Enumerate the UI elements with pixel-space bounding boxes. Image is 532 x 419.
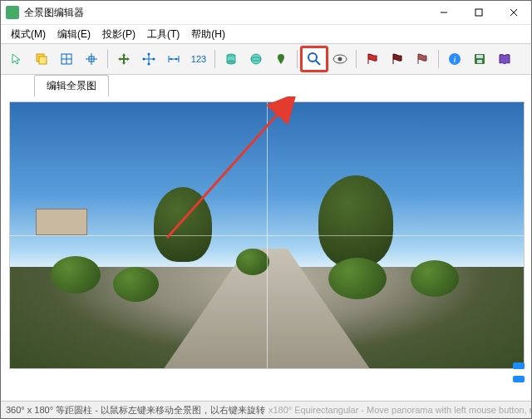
hspan-icon[interactable] (161, 47, 186, 71)
app-icon (6, 6, 19, 19)
menu-tools[interactable]: 工具(T) (142, 26, 185, 43)
numeric-icon[interactable]: 123 (186, 47, 211, 71)
zoom-sliders (513, 362, 525, 382)
minimize-button[interactable] (426, 1, 461, 24)
toolbar-separator (214, 50, 215, 68)
svg-point-17 (153, 58, 155, 61)
svg-point-21 (170, 58, 172, 60)
center-guide-horizontal (10, 235, 524, 236)
toolbar-separator (356, 50, 357, 68)
panorama-image (154, 187, 212, 262)
panorama-image (113, 267, 159, 302)
panorama-image (36, 209, 87, 235)
panorama-image (236, 249, 269, 275)
svg-rect-5 (39, 57, 47, 64)
panorama-image (411, 260, 459, 297)
stack-icon[interactable] (29, 47, 54, 71)
save-icon[interactable] (467, 47, 492, 71)
tab-row: 编辑全景图 (1, 75, 531, 96)
slider-thumb[interactable] (513, 362, 525, 369)
panorama-image (328, 258, 387, 299)
svg-point-22 (175, 58, 177, 60)
marker-icon[interactable] (268, 47, 293, 71)
toolbar-separator (438, 50, 439, 68)
flag-dark-icon[interactable] (385, 47, 410, 71)
menu-edit[interactable]: 编辑(E) (52, 26, 96, 43)
pointer-tool-icon[interactable] (4, 47, 29, 71)
menu-mode[interactable]: 模式(M) (6, 26, 51, 43)
svg-line-29 (316, 61, 320, 65)
svg-rect-36 (477, 60, 482, 63)
statusbar: 360° x 180° 等距圆柱 - 以鼠标左键来移动全景图，以右键来旋转 x1… (1, 401, 531, 418)
svg-point-15 (148, 63, 150, 66)
cylinder-icon[interactable] (219, 47, 244, 71)
svg-rect-35 (476, 55, 483, 58)
flag-brown-icon[interactable] (410, 47, 435, 71)
svg-point-14 (148, 53, 150, 56)
tab-edit-panorama[interactable]: 编辑全景图 (34, 75, 109, 96)
eye-icon[interactable] (328, 47, 352, 71)
svg-point-25 (227, 61, 235, 64)
toolbar-separator (297, 50, 298, 68)
svg-point-31 (338, 57, 342, 62)
panorama-viewport[interactable] (9, 101, 525, 369)
status-text: 360° x 180° 等距圆柱 - 以鼠标左键来移动全景图，以右键来旋转 (6, 404, 265, 417)
info-icon[interactable]: i (442, 47, 467, 71)
toolbar-separator (107, 50, 108, 68)
panorama-image (318, 175, 393, 267)
close-button[interactable] (496, 1, 531, 24)
menu-help[interactable]: 帮助(H) (186, 26, 230, 43)
target-icon[interactable] (79, 47, 104, 71)
menubar: 模式(M) 编辑(E) 投影(P) 工具(T) 帮助(H) (1, 25, 531, 43)
titlebar: 全景图编辑器 (1, 1, 531, 25)
move-icon[interactable] (111, 47, 136, 71)
svg-point-28 (308, 53, 317, 62)
window-title: 全景图编辑器 (24, 6, 84, 20)
svg-point-16 (143, 58, 145, 61)
maximize-button[interactable] (461, 1, 496, 24)
svg-point-26 (251, 54, 261, 64)
handles-icon[interactable] (136, 47, 161, 71)
menu-projection[interactable]: 投影(P) (97, 26, 140, 43)
svg-rect-1 (475, 9, 482, 16)
slider-thumb[interactable] (513, 376, 525, 382)
status-text-secondary: x180° Equirectangular - Move panorama wi… (268, 405, 531, 415)
window-controls (426, 1, 531, 24)
content-area (1, 96, 531, 396)
flag-red-icon[interactable] (360, 47, 385, 71)
book-icon[interactable] (492, 47, 517, 71)
magnifier-icon[interactable] (301, 47, 328, 71)
svg-text:i: i (453, 54, 456, 64)
grid-icon[interactable] (54, 47, 79, 71)
toolbar: 123 i (1, 43, 531, 75)
sphere-icon[interactable] (244, 47, 268, 71)
app-window: 全景图编辑器 模式(M) 编辑(E) 投影(P) 工具(T) 帮助(H) (0, 0, 532, 419)
